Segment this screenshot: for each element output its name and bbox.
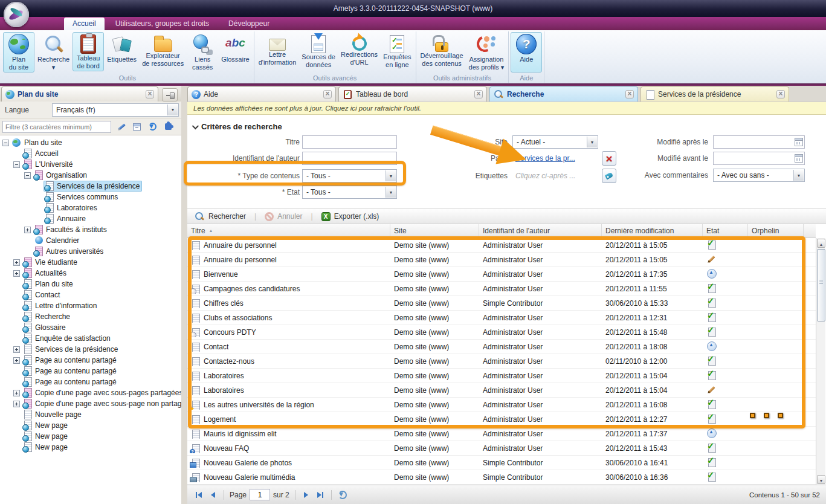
table-row[interactable]: Laboratoires Demo site (www) Administrat… xyxy=(187,383,816,398)
column-header-titre[interactable]: Titre xyxy=(187,224,390,238)
ribbon-button[interactable]: Lettre d'information xyxy=(256,32,299,68)
ribbon-button[interactable]: Enquêtes en ligne xyxy=(381,32,413,70)
table-row[interactable]: Nouveau FAQ Demo site (www) Administrato… xyxy=(187,441,816,456)
calendar-icon[interactable] xyxy=(795,154,803,163)
tree-item[interactable]: Recherche xyxy=(0,311,181,322)
avec-commentaires-select[interactable]: - Avec ou sans - xyxy=(713,169,805,182)
page-link[interactable]: Services de la pr... xyxy=(515,152,575,165)
tree-item[interactable]: Lettre d'information xyxy=(0,300,181,311)
tree-item[interactable]: Page au contenu partagé xyxy=(0,376,181,387)
last-page-button[interactable] xyxy=(315,489,326,500)
ribbon-tab-utilisateurs[interactable]: Utilisateurs, groupes et droits xyxy=(107,18,218,30)
tree-item[interactable]: Services communs xyxy=(0,192,181,202)
tree-expander-icon[interactable] xyxy=(35,183,42,190)
panel-splitter[interactable] xyxy=(181,86,187,504)
column-header-site[interactable]: Site xyxy=(390,224,479,238)
tree-expander-icon[interactable] xyxy=(13,412,20,418)
ametys-logo-orb[interactable] xyxy=(4,2,29,27)
tree-item[interactable]: Vie étudiante xyxy=(0,257,181,268)
page-number-input[interactable] xyxy=(250,489,270,500)
tree-expander-icon[interactable] xyxy=(2,140,9,146)
table-row[interactable]: Annuaire du personnel Demo site (www) Ad… xyxy=(187,253,816,267)
close-icon[interactable] xyxy=(776,90,785,99)
column-header-etat[interactable]: Etat xyxy=(703,224,748,238)
modifie-avant-input[interactable] xyxy=(713,152,805,165)
tree-item[interactable]: New page xyxy=(0,420,181,431)
close-icon[interactable] xyxy=(323,90,332,99)
ribbon-button[interactable]: Assignation des profils ▾ xyxy=(466,32,507,73)
ribbon-tab-developpeur[interactable]: Développeur xyxy=(220,18,278,30)
tree-item[interactable]: Facultés & instituts xyxy=(0,224,181,235)
table-row[interactable]: Logement Demo site (www) Administrator U… xyxy=(187,412,816,427)
sitemap-panel-tab[interactable]: Plan du site xyxy=(1,86,158,102)
collapse-all-button[interactable] xyxy=(131,121,143,133)
titre-input[interactable] xyxy=(302,135,397,149)
table-row[interactable]: Contactez-nous Demo site (www) Administr… xyxy=(187,354,816,369)
etat-select[interactable]: - Tous - xyxy=(302,186,397,199)
ribbon-button[interactable]: Aide xyxy=(511,32,542,73)
tree-expander-icon[interactable] xyxy=(13,335,20,342)
tree-item[interactable]: Copie d'une page avec sous-pages partagé… xyxy=(0,387,181,398)
tree-expander-icon[interactable] xyxy=(13,150,20,157)
tree-item[interactable]: Annuaire xyxy=(0,213,181,224)
type-contenus-select[interactable]: - Tous - xyxy=(302,169,397,183)
tree-expander-icon[interactable] xyxy=(13,303,20,309)
annuler-button[interactable]: Annuler xyxy=(262,211,305,222)
scroll-down-icon[interactable] xyxy=(817,475,825,484)
remove-page-button[interactable]: × xyxy=(602,151,616,166)
sitemap-close-icon[interactable] xyxy=(146,90,154,99)
table-row[interactable]: Annuaire du personnel Demo site (www) Ad… xyxy=(187,238,816,253)
tree-item[interactable]: Autres universités xyxy=(0,246,181,257)
tree-item[interactable]: Page au contenu partagé xyxy=(0,366,181,376)
ribbon-tab-accueil[interactable]: Accueil xyxy=(64,18,105,30)
tree-item[interactable]: L'Université xyxy=(0,159,181,170)
close-icon[interactable] xyxy=(625,90,634,99)
tree-item[interactable]: Actualités xyxy=(0,268,181,279)
tree-expander-icon[interactable] xyxy=(13,325,20,331)
site-select[interactable]: - Actuel - xyxy=(512,135,598,149)
ribbon-button[interactable]: Glossaire xyxy=(219,32,251,73)
tree-item[interactable]: Services de la présidence xyxy=(0,181,181,192)
tree-item[interactable]: Calendrier xyxy=(0,235,181,246)
first-page-button[interactable] xyxy=(193,489,204,500)
ribbon-button[interactable]: Déverrouillage des contenus xyxy=(418,32,466,69)
tree-expander-icon[interactable] xyxy=(13,401,20,407)
tree-expander-icon[interactable] xyxy=(13,346,20,353)
tree-item[interactable]: Accueil xyxy=(0,148,181,159)
ribbon-button[interactable]: Liens cassés xyxy=(187,32,218,73)
table-row[interactable]: Nouveau Galerie multimédia Demo site (ww… xyxy=(187,470,816,485)
etiquettes-placeholder[interactable]: Cliquez ci-après ... xyxy=(515,169,575,183)
table-row[interactable]: Campagnes des candidatures Demo site (ww… xyxy=(187,282,816,296)
ribbon-button[interactable]: Etiquettes xyxy=(105,32,139,73)
tree-expander-icon[interactable] xyxy=(13,444,20,451)
tab-tableau-de-bord[interactable]: Tableau de bord xyxy=(338,86,487,102)
tree-expander-icon[interactable] xyxy=(24,248,31,255)
tree-expander-icon[interactable] xyxy=(13,270,20,277)
tree-item[interactable]: New page xyxy=(0,442,181,453)
ribbon-button[interactable]: Tableau de bord xyxy=(73,32,104,71)
column-header-orphelin[interactable]: Orphelin xyxy=(748,224,804,238)
rechercher-button[interactable]: Rechercher xyxy=(192,210,248,222)
tab-recherche[interactable]: Recherche xyxy=(489,86,638,102)
tree-expander-icon[interactable] xyxy=(13,390,20,396)
tree-expander-icon[interactable] xyxy=(24,172,31,179)
table-row[interactable]: Clubs et associations Demo site (www) Ad… xyxy=(187,311,816,325)
tree-expander-icon[interactable] xyxy=(13,379,20,386)
tree-expander-icon[interactable] xyxy=(13,292,20,299)
tab-services-de-la-presidence[interactable]: Services de la présidence xyxy=(640,86,789,102)
tree-item[interactable]: Services de la présidence xyxy=(0,344,181,355)
table-scrollbar[interactable] xyxy=(816,238,825,485)
table-row[interactable]: Laboratoires Demo site (www) Administrat… xyxy=(187,369,816,383)
calendar-icon[interactable] xyxy=(795,138,803,146)
chevron-down-icon[interactable] xyxy=(587,137,597,147)
refresh-results-button[interactable] xyxy=(337,489,348,500)
tree-expander-icon[interactable] xyxy=(13,259,20,266)
table-row[interactable]: Concours PDTY Demo site (www) Administra… xyxy=(187,325,816,340)
table-row[interactable]: Chiffres clés Demo site (www) Simple Con… xyxy=(187,296,816,311)
column-header-modification[interactable]: Dernière modification xyxy=(602,224,703,238)
tree-item[interactable]: Contact xyxy=(0,289,181,300)
tree-expander-icon[interactable] xyxy=(35,194,42,201)
scrollbar-thumb[interactable] xyxy=(817,249,825,321)
tree-item[interactable]: Page au contenu partagé xyxy=(0,355,181,366)
table-row[interactable]: Bienvenue Demo site (www) Administrator … xyxy=(187,267,816,282)
